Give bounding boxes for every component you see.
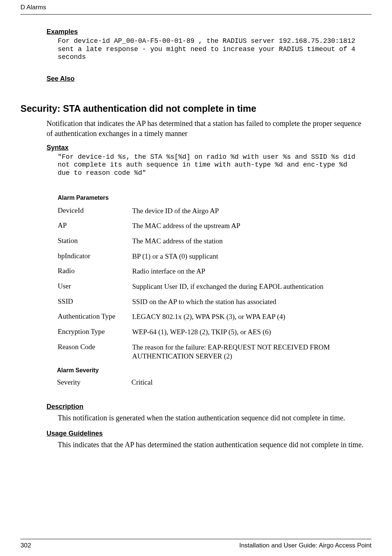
page-header: D Alarms — [20, 0, 372, 15]
param-key: Radio — [58, 267, 132, 276]
param-key: User — [58, 282, 132, 291]
intro-paragraph: Notification that indicates the AP has d… — [47, 119, 368, 139]
table-row: Radio Radio interface on the AP — [58, 267, 368, 276]
main-section-title: Security: STA authentication did not com… — [20, 103, 368, 114]
alarm-severity-title: Alarm Severity — [47, 367, 368, 374]
param-key: Station — [58, 237, 132, 246]
param-key: Encryption Type — [58, 328, 132, 337]
syntax-code-block: "For device-id %s, the STA %s[%d] on rad… — [47, 153, 368, 177]
param-val: The device ID of the Airgo AP — [132, 206, 368, 216]
table-row: Encryption Type WEP-64 (1), WEP-128 (2),… — [58, 328, 368, 337]
examples-code-block: For device-id AP_00-0A-F5-00-01-89 , the… — [47, 37, 368, 61]
param-val: The MAC address of the station — [132, 237, 368, 246]
page-number: 302 — [20, 542, 31, 549]
param-val: WEP-64 (1), WEP-128 (2), TKIP (5), or AE… — [132, 328, 368, 337]
section-examples-heading: Examples — [47, 28, 368, 36]
severity-key: Severity — [57, 378, 131, 386]
alarm-parameters-table: DeviceId The device ID of the Airgo AP A… — [47, 206, 368, 361]
table-row: AP The MAC address of the upstream AP — [58, 221, 368, 231]
param-key: AP — [58, 221, 132, 231]
table-row: Authentication Type LEGACY 802.1x (2), W… — [58, 312, 368, 322]
description-paragraph: This notification is generated when the … — [47, 413, 368, 423]
table-row: Station The MAC address of the station — [58, 237, 368, 246]
param-key: bpIndicator — [58, 252, 132, 261]
param-key: DeviceId — [58, 206, 132, 216]
severity-row: Severity Critical — [47, 378, 368, 386]
param-key: Reason Code — [58, 343, 132, 361]
page-content: Examples For device-id AP_00-0A-F5-00-01… — [20, 28, 372, 450]
table-row: DeviceId The device ID of the Airgo AP — [58, 206, 368, 216]
table-row: bpIndicator BP (1) or a STA (0) supplica… — [58, 252, 368, 261]
severity-val: Critical — [131, 378, 153, 386]
param-val: Radio interface on the AP — [132, 267, 368, 276]
doc-title: Installation and User Guide: Airgo Acces… — [239, 542, 372, 549]
param-key: SSID — [58, 297, 132, 307]
section-usage-heading: Usage Guidelines — [47, 430, 368, 437]
table-row: Reason Code The reason for the failure: … — [58, 343, 368, 361]
section-description-heading: Description — [47, 403, 368, 411]
param-val: Supplicant User ID, if exchanged the dur… — [132, 282, 368, 291]
page-footer: 302 Installation and User Guide: Airgo A… — [20, 542, 372, 549]
header-left: D Alarms — [20, 4, 46, 11]
section-seealso-heading: See Also — [47, 75, 368, 83]
section-syntax-heading: Syntax — [47, 144, 368, 152]
param-key: Authentication Type — [58, 312, 132, 322]
footer-divider — [20, 539, 372, 539]
param-val: SSID on the AP to which the station has … — [132, 297, 368, 307]
param-val: LEGACY 802.1x (2), WPA PSK (3), or WPA E… — [132, 312, 368, 322]
table-row: SSID SSID on the AP to which the station… — [58, 297, 368, 307]
alarm-parameters-title: Alarm Parameters — [47, 195, 368, 201]
table-row: User Supplicant User ID, if exchanged th… — [58, 282, 368, 291]
param-val: The reason for the failure: EAP-REQUEST … — [132, 343, 368, 361]
param-val: The MAC address of the upstream AP — [132, 221, 368, 231]
usage-paragraph: This indicates that the AP has determine… — [47, 440, 368, 450]
param-val: BP (1) or a STA (0) supplicant — [132, 252, 368, 261]
